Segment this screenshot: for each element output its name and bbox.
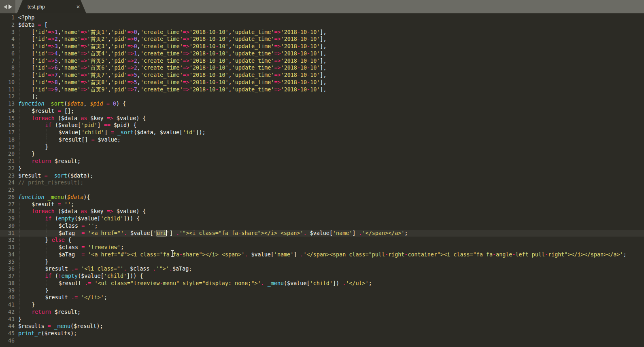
- line-number: 41: [0, 301, 15, 309]
- code-token: =: [45, 173, 48, 179]
- indent-guide: [19, 64, 33, 72]
- code-line[interactable]: 8 ['id'=>6,'name'=>'首页6','pid'=>2,'creat…: [0, 64, 644, 72]
- code-token: =>: [128, 58, 134, 64]
- code-line[interactable]: 25: [0, 186, 644, 194]
- code-token: ])) {: [127, 273, 143, 279]
- code-token: $result: [32, 108, 58, 114]
- code-token: .=: [85, 280, 91, 286]
- code-text: $results = _menu($result);: [15, 323, 103, 330]
- code-token: '2018: [281, 58, 297, 64]
- line-number: 6: [0, 50, 15, 57]
- code-token: }: [18, 316, 21, 322]
- code-text: $result = _sort($data);: [15, 172, 93, 180]
- code-line[interactable]: 44$results = _menu($result);: [0, 323, 644, 330]
- code-token: '2018: [189, 87, 206, 93]
- code-line[interactable]: 30 $class = '';: [0, 222, 644, 230]
- code-line[interactable]: 3 ['id'=>1,'name'=>'首页1','pid'=>0,'creat…: [0, 29, 644, 36]
- code-token: ($value[: [284, 280, 310, 286]
- code-token: share"></i> <span>': [183, 252, 244, 258]
- indent-guide: [19, 115, 33, 122]
- code-line[interactable]: 38 $result .= '<ul class="treeview-menu"…: [0, 280, 644, 287]
- code-token: ($results);: [41, 330, 77, 336]
- indent-guide: [19, 29, 33, 36]
- code-line[interactable]: 41 }: [0, 301, 644, 309]
- code-line[interactable]: 36 $result .= '<li class="'. $class .'">…: [0, 265, 644, 273]
- code-token: 10': [310, 79, 320, 85]
- code-token: =>: [48, 87, 55, 93]
- code-token: [78, 294, 81, 300]
- code-text: $result = '';: [15, 201, 74, 208]
- code-line[interactable]: 33 $class = 'treeview';: [0, 244, 644, 251]
- code-line[interactable]: 42 return $result;: [0, 309, 644, 316]
- code-line[interactable]: 15 foreach ($data as $key => $value) {: [0, 115, 644, 122]
- code-line[interactable]: 5 ['id'=>3,'name'=>'首页3','pid'=>0,'creat…: [0, 43, 644, 50]
- line-number: 1: [0, 14, 15, 21]
- code-line[interactable]: 16 if ($value['pid'] == $pid) {: [0, 122, 644, 129]
- code-line[interactable]: 23$result = _sort($data);: [0, 172, 644, 180]
- line-number: 38: [0, 280, 15, 287]
- code-line[interactable]: 11 ['id'=>9,'name'=>'首页9','pid'=>7,'crea…: [0, 86, 644, 93]
- code-token: =>: [128, 87, 134, 93]
- code-token: _sort: [51, 173, 67, 179]
- back-arrow-icon[interactable]: [4, 4, 7, 9]
- code-token: =>: [183, 51, 189, 57]
- code-line[interactable]: 45print_r($results);: [0, 330, 644, 337]
- code-token: 'update_time': [232, 36, 274, 42]
- code-line[interactable]: 6 ['id'=>4,'name'=>'首页4','pid'=>1,'creat…: [0, 50, 644, 57]
- code-line[interactable]: 17 $value['child'] = _sort($data, $value…: [0, 129, 644, 136]
- code-line[interactable]: 18 $result[] = $value;: [0, 136, 644, 144]
- code-token: '2018: [189, 58, 206, 64]
- code-token: 'id': [35, 79, 48, 85]
- code-token: [];: [61, 108, 74, 114]
- code-token: .: [153, 266, 156, 272]
- code-token: '首页1': [87, 29, 108, 35]
- code-token: ]): [333, 280, 342, 286]
- forward-arrow-icon[interactable]: [9, 4, 12, 9]
- code-line[interactable]: 37 if (!empty($value['child'])) {: [0, 273, 644, 280]
- code-line[interactable]: 10 ['id'=>8,'name'=>'首页8','pid'=>5,'crea…: [0, 79, 644, 86]
- code-line[interactable]: 27 $result = '';: [0, 201, 644, 208]
- code-line[interactable]: 31 $aTag = '<a href="'. $value['uri'] .'…: [0, 230, 644, 237]
- close-icon[interactable]: ✕: [76, 4, 80, 9]
- code-line[interactable]: 35 }: [0, 258, 644, 266]
- code-line[interactable]: 28 foreach ($data as $key => $value) {: [0, 208, 644, 215]
- code-token: 'name': [61, 36, 81, 42]
- code-line[interactable]: 40 $result .= '</li>';: [0, 294, 644, 301]
- code-token: 'update_time': [232, 72, 274, 78]
- code-token: _sort: [117, 129, 134, 135]
- code-token: 10: [209, 51, 215, 57]
- code-token: =>: [128, 43, 134, 49]
- code-line[interactable]: 29 if (empty($value['child'])) {: [0, 215, 644, 222]
- code-line[interactable]: 1<?php: [0, 14, 644, 21]
- code-token: 'name': [61, 65, 81, 71]
- code-line[interactable]: 32 } else {: [0, 237, 644, 244]
- code-text: $aTag = '<a href="#"><i class="fa fa-sha…: [15, 251, 627, 258]
- tab-test-php[interactable]: test.php ✕: [17, 0, 86, 13]
- indent-guide: [19, 301, 33, 309]
- indent-guide: [19, 265, 33, 273]
- code-editor[interactable]: 1<?php2$data = [3 ['id'=>1,'name'=>'首页1'…: [0, 13, 644, 347]
- code-line[interactable]: 12 ];: [0, 93, 644, 100]
- code-line[interactable]: 4 ['id'=>2,'name'=>'首页2','pid'=>0,'creat…: [0, 36, 644, 43]
- code-line[interactable]: 13function _sort($data, $pid = 0) {: [0, 100, 644, 108]
- code-token: 10': [310, 65, 320, 71]
- code-line[interactable]: 21 return $result;: [0, 158, 644, 165]
- code-line[interactable]: 9 ['id'=>7,'name'=>'首页7','pid'=>5,'creat…: [0, 72, 644, 79]
- code-line[interactable]: 20 }: [0, 150, 644, 158]
- code-token: =>: [183, 36, 189, 42]
- code-line[interactable]: 24// print_r($result);: [0, 179, 644, 186]
- code-line[interactable]: 43}: [0, 316, 644, 323]
- code-lines: 1<?php2$data = [3 ['id'=>1,'name'=>'首页1'…: [0, 14, 644, 345]
- code-line[interactable]: 26function _menu($data){: [0, 194, 644, 201]
- code-line[interactable]: 34 $aTag = '<a href="#"><i class="fa fa-…: [0, 251, 644, 258]
- code-line[interactable]: 7 ['id'=>5,'name'=>'首页5','pid'=>2,'creat…: [0, 57, 644, 65]
- code-line[interactable]: 22}: [0, 165, 644, 172]
- code-text: if ($value['pid'] == $pid) {: [15, 122, 136, 129]
- code-line[interactable]: 46: [0, 337, 644, 345]
- code-token: '2018: [281, 51, 297, 57]
- code-token: empty: [62, 273, 78, 279]
- code-line[interactable]: 2$data = [: [0, 21, 644, 29]
- code-line[interactable]: 14 $result = [];: [0, 108, 644, 115]
- code-line[interactable]: 39 }: [0, 287, 644, 294]
- code-line[interactable]: 19 }: [0, 144, 644, 151]
